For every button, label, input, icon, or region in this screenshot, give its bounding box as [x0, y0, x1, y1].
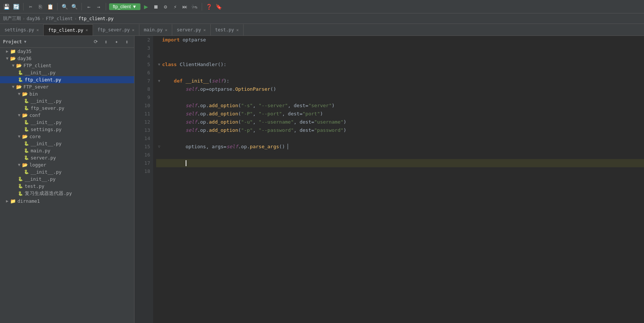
- cut-icon[interactable]: ✂: [27, 3, 35, 11]
- tab-server-py[interactable]: server.py ✕: [172, 24, 211, 35]
- main-toolbar: 💾 🔄 ✂ ⎘ 📋 🔍 🔍 ← → ftp_client ▼ ▶ ⏹ ⚙ ⚡ ⏭…: [0, 0, 644, 13]
- tree-item-conf[interactable]: ▼ 📂 conf: [0, 112, 134, 119]
- folder-icon-core: 📂: [22, 134, 28, 139]
- breadcrumb-item-0[interactable]: 脱产三期: [3, 15, 21, 22]
- ln-8: 8: [134, 85, 150, 93]
- file-icon-test-py: 🐍: [18, 184, 23, 189]
- sync-icon[interactable]: 🔄: [12, 3, 20, 11]
- tree-item-init-sever[interactable]: 🐍 __init__.py: [0, 176, 134, 183]
- tab-ftp-sever-py[interactable]: ftp_sever.py ✕: [93, 24, 139, 35]
- breadcrumb-item-2[interactable]: FTP_client: [46, 16, 73, 21]
- tree-label-dirname1: dirname1: [18, 198, 40, 204]
- forward-icon[interactable]: →: [95, 3, 103, 11]
- project-sync-icon[interactable]: ⟳: [92, 38, 100, 46]
- tab-settings-py[interactable]: settings.py ✕: [0, 24, 44, 35]
- tab-test-py-close[interactable]: ✕: [236, 28, 239, 32]
- breadcrumb: 脱产三期 › day36 › FTP_client › ftp_client.p…: [0, 13, 644, 24]
- tree-item-init-bin[interactable]: 🐍 __init__.py: [0, 97, 134, 105]
- replace-icon[interactable]: 🔍: [70, 3, 78, 11]
- tree-item-settings-py[interactable]: 🐍 settings.py: [0, 126, 134, 133]
- file-icon-review-py: 🐍: [18, 191, 23, 196]
- tab-ftp-client-py-label: ftp_client.py: [48, 28, 83, 33]
- tree-item-server-py[interactable]: 🐍 server.py: [0, 154, 134, 161]
- self-7: self: [226, 143, 238, 151]
- tree-item-logger[interactable]: ▼ 📂 logger: [0, 161, 134, 168]
- project-sort-icon[interactable]: ↕: [123, 38, 131, 46]
- tab-ftp-client-py-close[interactable]: ✕: [86, 28, 88, 32]
- str-username-dest: "username": [314, 118, 343, 126]
- back-icon[interactable]: ←: [85, 3, 93, 11]
- tree-item-init-conf[interactable]: 🐍 __init__.py: [0, 119, 134, 126]
- method-add-option-12: add_option: [209, 118, 238, 126]
- tree-item-day36[interactable]: ▼ 📂 day36: [0, 55, 134, 62]
- code-line-7: ▼ def __init__ ( self ):: [156, 77, 644, 85]
- tree-item-day35[interactable]: ▶ 📁 day35: [0, 48, 134, 55]
- project-dropdown-icon[interactable]: ▼: [24, 40, 27, 44]
- save-icon[interactable]: 💾: [2, 3, 10, 11]
- tree-item-review-py[interactable]: 🐍 复习生成器迭代器.py: [0, 190, 134, 198]
- code-line-9: [156, 93, 644, 102]
- self-5: self: [186, 118, 197, 126]
- method-add-option-11: add_option: [209, 110, 238, 118]
- project-settings-icon[interactable]: ✦: [112, 38, 121, 46]
- tree-item-ftp-sever[interactable]: ▼ 📂 FTP_sever: [0, 83, 134, 90]
- tree-item-ftp-sever-py[interactable]: 🐍 ftp_sever.py: [0, 105, 134, 112]
- breadcrumb-item-1[interactable]: day36: [27, 16, 40, 21]
- copy-icon[interactable]: ⎘: [36, 3, 44, 11]
- folder-icon-ftp-sever: 📂: [16, 84, 22, 90]
- run-button[interactable]: ftp_client ▼: [109, 3, 140, 10]
- fold-space-17: [156, 159, 162, 167]
- tab-main-py-close[interactable]: ✕: [165, 28, 168, 32]
- bookmark-icon[interactable]: 🔖: [215, 3, 223, 11]
- folder-icon: 📁: [10, 49, 16, 54]
- tree-label-ftp-sever-py: ftp_sever.py: [31, 105, 64, 111]
- tab-settings-py-close[interactable]: ✕: [36, 28, 39, 32]
- tab-server-py-close[interactable]: ✕: [203, 28, 206, 32]
- tree-item-ftp-client-py[interactable]: 🐍 ftp_client.py: [0, 76, 134, 83]
- editor-area[interactable]: 2 3 4 5 6 7 8 9 10 11 12 13 14 15 16 17 …: [134, 36, 644, 323]
- tree-item-init-logger[interactable]: 🐍 __init__.py: [0, 168, 134, 176]
- code-line-13: self . op. add_option ( "-p" , "--passwo…: [156, 126, 644, 134]
- fold-arrow-15: ▽: [156, 143, 162, 151]
- debug-ant-icon[interactable]: 🐜: [191, 3, 199, 11]
- tree-item-main-py[interactable]: 🐍 main.py: [0, 147, 134, 154]
- tree-item-bin[interactable]: ▼ 📂 bin: [0, 90, 134, 97]
- tree-item-dirname1[interactable]: ▶ 📁 dirname1: [0, 198, 134, 205]
- tree-item-init-1[interactable]: 🐍 __init__.py: [0, 69, 134, 76]
- find-icon[interactable]: 🔍: [61, 3, 69, 11]
- code-line-3: [156, 44, 644, 52]
- code-line-11: self . op. add_option ( "-P" , "--port" …: [156, 110, 644, 118]
- tree-item-test-py[interactable]: 🐍 test.py: [0, 183, 134, 190]
- tree-label-core: core: [30, 134, 41, 139]
- tab-ftp-sever-py-close[interactable]: ✕: [132, 28, 134, 32]
- code-line-18: [156, 167, 644, 176]
- tree-label-day35: day35: [18, 49, 32, 54]
- tab-main-py[interactable]: main.py ✕: [139, 24, 172, 35]
- fold-arrow-7: ▼: [156, 77, 162, 85]
- debug-step-icon[interactable]: ⏭: [181, 3, 189, 11]
- run-play-icon[interactable]: ▶: [142, 3, 150, 11]
- help-icon[interactable]: ❓: [205, 3, 213, 11]
- self-2: self: [186, 85, 197, 93]
- text-cursor: [186, 160, 186, 166]
- debug-cover-icon[interactable]: ⚙: [161, 3, 170, 11]
- project-collapse-icon[interactable]: ↕: [102, 38, 110, 46]
- folder-icon-ftp-client: 📂: [16, 63, 22, 68]
- ln-13: 13: [134, 126, 150, 134]
- breadcrumb-item-3[interactable]: ftp_client.py: [78, 16, 114, 21]
- paste-icon[interactable]: 📋: [46, 3, 54, 11]
- str-port: "--port": [258, 110, 282, 118]
- tab-test-py[interactable]: test.py ✕: [211, 24, 244, 35]
- tree-item-core[interactable]: ▼ 📂 core: [0, 133, 134, 140]
- fold-space-12: [156, 118, 162, 126]
- str-port-dest: "port": [303, 110, 320, 118]
- str-password-dest: "password": [314, 126, 343, 134]
- tree-item-init-core[interactable]: 🐍 __init__.py: [0, 140, 134, 147]
- tree-item-ftp-client[interactable]: ▼ 📂 FTP_client: [0, 62, 134, 69]
- debug-run-icon[interactable]: ⚡: [171, 3, 179, 11]
- fold-space-13: [156, 126, 162, 134]
- debug-stop-icon[interactable]: ⏹: [152, 3, 160, 11]
- tab-ftp-client-py[interactable]: ftp_client.py ✕: [44, 24, 93, 35]
- file-tree: ▶ 📁 day35 ▼ 📂 day36 ▼ 📂 FTP_client 🐍: [0, 48, 134, 205]
- fold-space-2: [156, 36, 162, 44]
